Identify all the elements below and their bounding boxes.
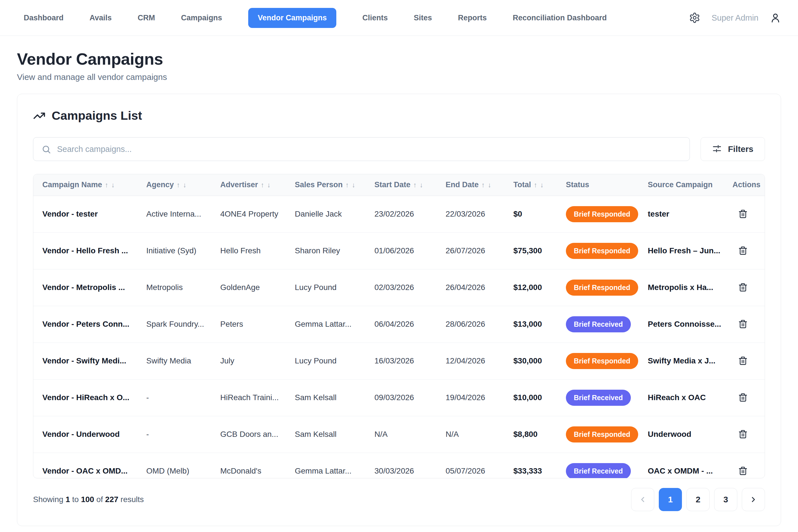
- cell-end-date: 05/07/2026: [437, 453, 504, 478]
- cell-advertiser: McDonald's: [211, 453, 286, 478]
- trash-icon: [738, 209, 748, 219]
- results-summary: Showing 1 to 100 of 227 results: [33, 495, 144, 504]
- table-row[interactable]: Vendor - Hello Fresh ...Initiative (Syd)…: [33, 232, 765, 269]
- col-header-advertiser[interactable]: Advertiser↑ ↓: [211, 174, 286, 196]
- user-avatar-icon[interactable]: [770, 12, 781, 23]
- delete-campaign-button[interactable]: [737, 464, 749, 477]
- cell-total: $12,000: [504, 269, 557, 306]
- cell-sales-person: Gemma Lattar...: [286, 306, 365, 343]
- table-row[interactable]: Vendor - Underwood-GCB Doors an...Sam Ke…: [33, 416, 765, 453]
- cell-status: Brief Received: [557, 379, 639, 416]
- cell-campaign-name: Vendor - Peters Conn...: [33, 306, 137, 343]
- cell-campaign-name: Vendor - Swifty Medi...: [33, 343, 137, 379]
- sort-icons[interactable]: ↑ ↓: [261, 181, 271, 189]
- trash-icon: [738, 283, 748, 292]
- trash-icon: [738, 356, 748, 366]
- delete-campaign-button[interactable]: [737, 355, 749, 367]
- cell-advertiser: HiReach Traini...: [211, 379, 286, 416]
- campaigns-table-container: Campaign Name↑ ↓ Agency↑ ↓ Advertiser↑ ↓…: [33, 174, 765, 478]
- col-header-sales-person[interactable]: Sales Person↑ ↓: [286, 174, 365, 196]
- cell-status: Brief Responded: [557, 196, 639, 232]
- campaigns-table: Campaign Name↑ ↓ Agency↑ ↓ Advertiser↑ ↓…: [33, 174, 765, 478]
- nav-items: Dashboard Avails CRM Campaigns Vendor Ca…: [24, 8, 607, 28]
- search-icon: [41, 145, 51, 154]
- cell-source-campaign: HiReach x OAC: [639, 379, 723, 416]
- cell-start-date: 23/02/2026: [365, 196, 437, 232]
- sort-icons[interactable]: ↑ ↓: [346, 181, 356, 189]
- cell-status: Brief Received: [557, 453, 639, 478]
- delete-campaign-button[interactable]: [737, 244, 749, 257]
- trash-icon: [738, 430, 748, 439]
- status-badge: Brief Responded: [566, 206, 638, 222]
- campaigns-list-card: Campaigns List Filters: [17, 94, 781, 526]
- col-header-campaign-name[interactable]: Campaign Name↑ ↓: [33, 174, 137, 196]
- delete-campaign-button[interactable]: [737, 281, 749, 294]
- delete-campaign-button[interactable]: [737, 428, 749, 441]
- cell-total: $10,000: [504, 379, 557, 416]
- table-row[interactable]: Vendor - HiReach x O...-HiReach Traini..…: [33, 379, 765, 416]
- page-button-1[interactable]: 1: [659, 488, 682, 511]
- col-header-agency[interactable]: Agency↑ ↓: [137, 174, 211, 196]
- page-button-3[interactable]: 3: [714, 488, 737, 511]
- delete-campaign-button[interactable]: [737, 391, 749, 404]
- sort-icons[interactable]: ↑ ↓: [413, 181, 424, 189]
- sort-icons[interactable]: ↑ ↓: [177, 181, 187, 189]
- nav-item-reports[interactable]: Reports: [458, 14, 487, 22]
- sort-icons[interactable]: ↑ ↓: [105, 181, 115, 189]
- cell-actions: [723, 379, 765, 416]
- cell-agency: OMD (Melb): [137, 453, 211, 478]
- filters-label: Filters: [728, 144, 754, 154]
- table-row[interactable]: Vendor - Peters Conn...Spark Foundry...P…: [33, 306, 765, 343]
- cell-status: Brief Received: [557, 306, 639, 343]
- cell-status: Brief Responded: [557, 232, 639, 269]
- col-header-total[interactable]: Total↑ ↓: [504, 174, 557, 196]
- cell-source-campaign: Hello Fresh – Jun...: [639, 232, 723, 269]
- nav-item-campaigns[interactable]: Campaigns: [181, 14, 222, 22]
- results-total: 227: [105, 495, 118, 504]
- nav-item-vendor-campaigns[interactable]: Vendor Campaigns: [248, 8, 337, 28]
- page-button-2[interactable]: 2: [686, 488, 709, 511]
- nav-item-sites[interactable]: Sites: [414, 14, 432, 22]
- cell-agency: Active Interna...: [137, 196, 211, 232]
- cell-advertiser: Peters: [211, 306, 286, 343]
- delete-campaign-button[interactable]: [737, 208, 749, 221]
- cell-agency: Swifty Media: [137, 343, 211, 379]
- table-row[interactable]: Vendor - OAC x OMD...OMD (Melb)McDonald'…: [33, 453, 765, 478]
- nav-item-dashboard[interactable]: Dashboard: [24, 14, 63, 22]
- search-wrapper: [33, 137, 690, 161]
- cell-campaign-name: Vendor - Metropolis ...: [33, 269, 137, 306]
- table-row[interactable]: Vendor - Metropolis ...MetropolisGoldenA…: [33, 269, 765, 306]
- col-header-start-date[interactable]: Start Date↑ ↓: [365, 174, 437, 196]
- cell-total: $0: [504, 196, 557, 232]
- status-badge: Brief Received: [566, 390, 631, 406]
- col-header-end-date[interactable]: End Date↑ ↓: [437, 174, 504, 196]
- cell-end-date: 26/07/2026: [437, 232, 504, 269]
- cell-end-date: 22/03/2026: [437, 196, 504, 232]
- sort-icons[interactable]: ↑ ↓: [534, 181, 545, 189]
- results-from: 1: [65, 495, 70, 504]
- cell-sales-person: Danielle Jack: [286, 196, 365, 232]
- next-page-button[interactable]: [742, 488, 765, 511]
- search-input[interactable]: [33, 137, 690, 161]
- cell-agency: -: [137, 416, 211, 453]
- nav-item-reconciliation-dashboard[interactable]: Reconciliation Dashboard: [513, 14, 607, 22]
- sort-icons[interactable]: ↑ ↓: [481, 181, 492, 189]
- delete-campaign-button[interactable]: [737, 318, 749, 331]
- nav-item-clients[interactable]: Clients: [362, 14, 388, 22]
- nav-item-avails[interactable]: Avails: [90, 14, 112, 22]
- table-row[interactable]: Vendor - testerActive Interna...4ONE4 Pr…: [33, 196, 765, 232]
- cell-agency: Metropolis: [137, 269, 211, 306]
- nav-item-crm[interactable]: CRM: [138, 14, 155, 22]
- prev-page-button[interactable]: [631, 488, 654, 511]
- cell-start-date: N/A: [365, 416, 437, 453]
- filters-sliders-icon: [712, 144, 722, 154]
- cell-sales-person: Sharon Riley: [286, 232, 365, 269]
- table-row[interactable]: Vendor - Swifty Medi...Swifty MediaJulyL…: [33, 343, 765, 379]
- status-badge: Brief Received: [566, 463, 631, 478]
- settings-gear-icon[interactable]: [689, 12, 700, 23]
- cell-end-date: 26/04/2026: [437, 269, 504, 306]
- cell-source-campaign: Peters Connoisse...: [639, 306, 723, 343]
- filters-button[interactable]: Filters: [701, 137, 765, 161]
- trash-icon: [738, 319, 748, 329]
- cell-actions: [723, 343, 765, 379]
